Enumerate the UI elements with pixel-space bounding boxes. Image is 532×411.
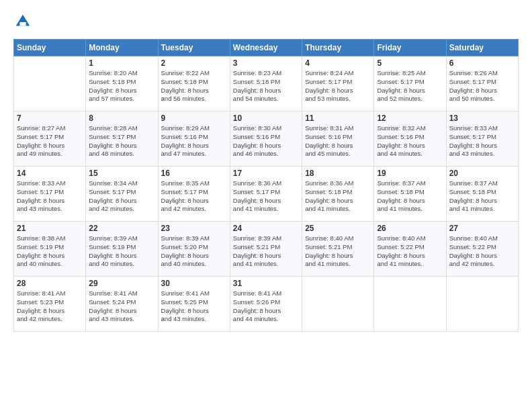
day-cell: 12Sunrise: 8:32 AM Sunset: 5:16 PM Dayli… — [374, 111, 446, 167]
day-number: 15 — [89, 169, 154, 178]
day-cell: 9Sunrise: 8:29 AM Sunset: 5:16 PM Daylig… — [158, 111, 230, 167]
day-number: 19 — [377, 169, 443, 178]
day-info: Sunrise: 8:39 AM Sunset: 5:21 PM Dayligh… — [233, 234, 299, 269]
day-cell: 21Sunrise: 8:38 AM Sunset: 5:19 PM Dayli… — [14, 222, 86, 277]
day-number: 10 — [233, 113, 299, 123]
week-row-1: 7Sunrise: 8:27 AM Sunset: 5:17 PM Daylig… — [14, 111, 519, 167]
day-info: Sunrise: 8:30 AM Sunset: 5:16 PM Dayligh… — [233, 124, 299, 158]
day-cell: 17Sunrise: 8:36 AM Sunset: 5:17 PM Dayli… — [230, 167, 302, 222]
col-header-sunday: Sunday — [14, 40, 86, 56]
day-info: Sunrise: 8:26 AM Sunset: 5:17 PM Dayligh… — [449, 69, 515, 103]
day-info: Sunrise: 8:37 AM Sunset: 5:18 PM Dayligh… — [377, 179, 443, 214]
svg-rect-1 — [19, 22, 26, 26]
day-number: 26 — [377, 224, 443, 233]
day-number: 7 — [17, 113, 83, 123]
week-row-4: 28Sunrise: 8:41 AM Sunset: 5:23 PM Dayli… — [14, 277, 519, 332]
week-row-3: 21Sunrise: 8:38 AM Sunset: 5:19 PM Dayli… — [14, 222, 519, 277]
day-cell: 26Sunrise: 8:40 AM Sunset: 5:22 PM Dayli… — [374, 222, 446, 277]
day-cell: 30Sunrise: 8:41 AM Sunset: 5:25 PM Dayli… — [158, 277, 230, 332]
day-cell: 10Sunrise: 8:30 AM Sunset: 5:16 PM Dayli… — [230, 111, 302, 167]
day-info: Sunrise: 8:40 AM Sunset: 5:21 PM Dayligh… — [305, 234, 371, 269]
day-info: Sunrise: 8:33 AM Sunset: 5:17 PM Dayligh… — [17, 179, 83, 214]
day-number: 12 — [377, 113, 443, 123]
day-info: Sunrise: 8:39 AM Sunset: 5:20 PM Dayligh… — [161, 234, 227, 269]
day-number: 27 — [449, 224, 515, 233]
day-cell: 3Sunrise: 8:23 AM Sunset: 5:18 PM Daylig… — [230, 56, 302, 111]
day-cell: 22Sunrise: 8:39 AM Sunset: 5:19 PM Dayli… — [86, 222, 158, 277]
day-cell: 28Sunrise: 8:41 AM Sunset: 5:23 PM Dayli… — [14, 277, 86, 332]
day-info: Sunrise: 8:31 AM Sunset: 5:16 PM Dayligh… — [305, 124, 371, 158]
day-number: 18 — [305, 169, 371, 178]
day-info: Sunrise: 8:37 AM Sunset: 5:18 PM Dayligh… — [449, 179, 515, 214]
day-number: 22 — [89, 224, 154, 233]
day-cell: 1Sunrise: 8:20 AM Sunset: 5:18 PM Daylig… — [86, 56, 158, 111]
day-info: Sunrise: 8:41 AM Sunset: 5:26 PM Dayligh… — [233, 289, 299, 324]
day-cell — [302, 277, 374, 332]
day-cell: 18Sunrise: 8:36 AM Sunset: 5:18 PM Dayli… — [302, 167, 374, 222]
day-number: 28 — [17, 279, 83, 288]
day-info: Sunrise: 8:32 AM Sunset: 5:16 PM Dayligh… — [377, 124, 443, 158]
day-number: 8 — [89, 113, 154, 123]
col-header-thursday: Thursday — [302, 40, 374, 56]
day-info: Sunrise: 8:36 AM Sunset: 5:18 PM Dayligh… — [305, 179, 371, 214]
day-number: 24 — [233, 224, 299, 233]
day-cell: 5Sunrise: 8:25 AM Sunset: 5:17 PM Daylig… — [374, 56, 446, 111]
day-cell: 19Sunrise: 8:37 AM Sunset: 5:18 PM Dayli… — [374, 167, 446, 222]
day-cell: 13Sunrise: 8:33 AM Sunset: 5:17 PM Dayli… — [446, 111, 518, 167]
day-number: 25 — [305, 224, 371, 233]
day-info: Sunrise: 8:38 AM Sunset: 5:19 PM Dayligh… — [17, 234, 83, 269]
col-header-tuesday: Tuesday — [158, 40, 230, 56]
day-info: Sunrise: 8:36 AM Sunset: 5:17 PM Dayligh… — [233, 179, 299, 214]
day-cell: 8Sunrise: 8:28 AM Sunset: 5:17 PM Daylig… — [86, 111, 158, 167]
day-cell: 20Sunrise: 8:37 AM Sunset: 5:18 PM Dayli… — [446, 167, 518, 222]
day-number: 21 — [17, 224, 83, 233]
day-cell: 16Sunrise: 8:35 AM Sunset: 5:17 PM Dayli… — [158, 167, 230, 222]
calendar-table: SundayMondayTuesdayWednesdayThursdayFrid… — [13, 39, 519, 332]
col-header-friday: Friday — [374, 40, 446, 56]
day-number: 1 — [89, 58, 154, 68]
week-row-2: 14Sunrise: 8:33 AM Sunset: 5:17 PM Dayli… — [14, 167, 519, 222]
col-header-monday: Monday — [86, 40, 158, 56]
day-cell: 15Sunrise: 8:34 AM Sunset: 5:17 PM Dayli… — [86, 167, 158, 222]
day-number: 14 — [17, 169, 83, 178]
day-cell: 23Sunrise: 8:39 AM Sunset: 5:20 PM Dayli… — [158, 222, 230, 277]
day-info: Sunrise: 8:20 AM Sunset: 5:18 PM Dayligh… — [89, 69, 154, 103]
day-number: 4 — [305, 58, 371, 68]
day-cell: 31Sunrise: 8:41 AM Sunset: 5:26 PM Dayli… — [230, 277, 302, 332]
week-row-0: 1Sunrise: 8:20 AM Sunset: 5:18 PM Daylig… — [14, 56, 519, 111]
day-info: Sunrise: 8:41 AM Sunset: 5:25 PM Dayligh… — [161, 289, 227, 324]
day-info: Sunrise: 8:39 AM Sunset: 5:19 PM Dayligh… — [89, 234, 154, 269]
logo-icon — [13, 12, 32, 31]
day-cell: 6Sunrise: 8:26 AM Sunset: 5:17 PM Daylig… — [446, 56, 518, 111]
day-info: Sunrise: 8:40 AM Sunset: 5:22 PM Dayligh… — [449, 234, 515, 269]
day-cell: 11Sunrise: 8:31 AM Sunset: 5:16 PM Dayli… — [302, 111, 374, 167]
day-cell: 25Sunrise: 8:40 AM Sunset: 5:21 PM Dayli… — [302, 222, 374, 277]
day-number: 20 — [449, 169, 515, 178]
day-cell — [446, 277, 518, 332]
day-info: Sunrise: 8:24 AM Sunset: 5:17 PM Dayligh… — [305, 69, 371, 103]
day-info: Sunrise: 8:41 AM Sunset: 5:24 PM Dayligh… — [89, 289, 154, 324]
day-cell: 24Sunrise: 8:39 AM Sunset: 5:21 PM Dayli… — [230, 222, 302, 277]
col-header-wednesday: Wednesday — [230, 40, 302, 56]
day-number: 23 — [161, 224, 227, 233]
header-row: SundayMondayTuesdayWednesdayThursdayFrid… — [14, 40, 519, 56]
day-cell: 14Sunrise: 8:33 AM Sunset: 5:17 PM Dayli… — [14, 167, 86, 222]
day-number: 9 — [161, 113, 227, 123]
day-number: 29 — [89, 279, 154, 288]
day-number: 17 — [233, 169, 299, 178]
page: SundayMondayTuesdayWednesdayThursdayFrid… — [0, 0, 532, 411]
header — [13, 12, 519, 31]
day-number: 11 — [305, 113, 371, 123]
day-info: Sunrise: 8:29 AM Sunset: 5:16 PM Dayligh… — [161, 124, 227, 158]
day-info: Sunrise: 8:28 AM Sunset: 5:17 PM Dayligh… — [89, 124, 154, 158]
day-info: Sunrise: 8:25 AM Sunset: 5:17 PM Dayligh… — [377, 69, 443, 103]
day-cell: 27Sunrise: 8:40 AM Sunset: 5:22 PM Dayli… — [446, 222, 518, 277]
day-cell — [374, 277, 446, 332]
day-info: Sunrise: 8:40 AM Sunset: 5:22 PM Dayligh… — [377, 234, 443, 269]
day-number: 5 — [377, 58, 443, 68]
day-info: Sunrise: 8:22 AM Sunset: 5:18 PM Dayligh… — [161, 69, 227, 103]
day-number: 30 — [161, 279, 227, 288]
day-cell: 4Sunrise: 8:24 AM Sunset: 5:17 PM Daylig… — [302, 56, 374, 111]
day-info: Sunrise: 8:27 AM Sunset: 5:17 PM Dayligh… — [17, 124, 83, 158]
day-info: Sunrise: 8:34 AM Sunset: 5:17 PM Dayligh… — [89, 179, 154, 214]
